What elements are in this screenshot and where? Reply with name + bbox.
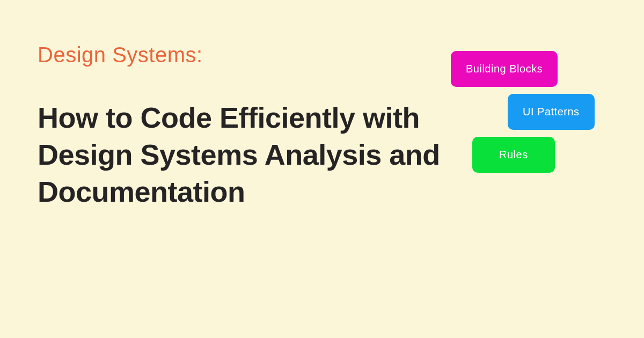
card-building-blocks: Building Blocks — [451, 51, 558, 87]
card-stack: Building Blocks UI Patterns Rules — [451, 51, 606, 180]
card-rules: Rules — [472, 137, 555, 173]
page-title: How to Code Efficiently with Design Syst… — [38, 99, 488, 210]
card-ui-patterns: UI Patterns — [508, 94, 595, 130]
